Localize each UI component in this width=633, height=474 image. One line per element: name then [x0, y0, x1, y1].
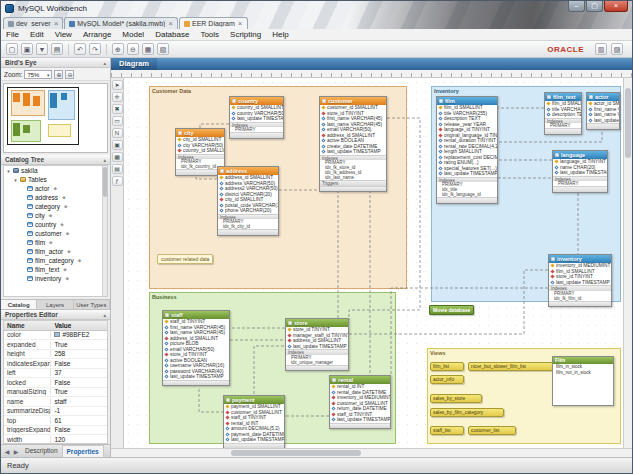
table-header[interactable]: film	[437, 97, 497, 105]
close-tab-icon[interactable]: ×	[238, 20, 243, 28]
property-row[interactable]: height258	[4, 350, 107, 360]
property-row[interactable]: lockedFalse	[4, 378, 107, 388]
close-tab-icon[interactable]: ×	[168, 20, 173, 28]
table-header[interactable]: address	[218, 167, 278, 175]
layer-tool-icon[interactable]: ▭	[112, 116, 123, 126]
table-country[interactable]: countrycountry_id SMALLINTcountry VARCHA…	[229, 96, 284, 139]
menu-tools[interactable]: Tools	[200, 30, 219, 39]
table-column[interactable]: country_id SMALLINT	[230, 105, 283, 111]
table-header[interactable]: film_text	[545, 93, 581, 101]
table-column[interactable]: password VARCHAR(40)	[163, 369, 229, 375]
panel-tab-user-types[interactable]: User Types	[74, 300, 110, 309]
catalog-tree-header[interactable]: Catalog Tree ▴	[1, 155, 110, 165]
birdseye-map[interactable]	[3, 83, 108, 153]
tab-dev-server[interactable]: dev_server×	[3, 17, 63, 29]
table-column[interactable]: district VARCHAR(20)	[218, 192, 278, 198]
table-column[interactable]: last_update TIMESTAMP	[230, 116, 283, 122]
table-column[interactable]: language_id TINYINT	[437, 127, 497, 133]
view-nicer-but-slower-film-list[interactable]: nicer_but_slower_film_list	[468, 362, 560, 371]
table-column[interactable]: last_name VARCHAR(45)	[320, 122, 386, 128]
property-row[interactable]: expandedTrue	[4, 340, 107, 350]
table-language[interactable]: languagelanguage_id TINYINTname CHAR(20)…	[552, 150, 608, 193]
table-column[interactable]: last_update TIMESTAMP	[286, 344, 348, 350]
routine-group-film[interactable]: Filmfilm_in_stockfilm_not_in_stock	[552, 356, 614, 406]
table-tool-icon[interactable]: ▦	[112, 152, 123, 162]
grid-icon[interactable]: ▦	[142, 43, 154, 55]
sidebar-toggle-icon[interactable]: ▨	[611, 43, 623, 55]
view-film-list[interactable]: film_list	[430, 362, 464, 371]
bottom-tab-properties[interactable]: Properties	[62, 445, 104, 457]
menu-help[interactable]: Help	[272, 30, 288, 39]
table-column[interactable]: rental_date DATETIME	[330, 390, 390, 396]
property-row[interactable]: indicatesExpandedFalse	[4, 359, 107, 369]
property-row[interactable]: summarizeDisplay-1	[4, 407, 107, 417]
table-column[interactable]: address VARCHAR(50)	[218, 181, 278, 187]
table-column[interactable]: country VARCHAR(50)	[230, 111, 283, 117]
table-column[interactable]: replacement_cost DECIMAL(5,2)	[437, 155, 497, 161]
maximize-button[interactable]: ▢	[586, 1, 603, 12]
collapse-arrow-icon[interactable]: ▴	[103, 312, 106, 318]
tab-nav-right-icon[interactable]: ▶	[12, 448, 20, 455]
menu-arrange[interactable]: Arrange	[83, 30, 111, 39]
table-column[interactable]: inventory_id MEDIUMINT	[549, 263, 611, 269]
table-column[interactable]: address_id SMALLINT	[218, 175, 278, 181]
tab-nav-left-icon[interactable]: ◀	[3, 448, 11, 455]
table-column[interactable]: last_update TIMESTAMP	[320, 149, 386, 155]
table-header[interactable]: city	[176, 129, 224, 137]
tab-eer-diagram[interactable]: EER Diagram×	[179, 17, 247, 29]
image-tool-icon[interactable]: ▣	[112, 140, 123, 150]
table-header[interactable]: language	[553, 151, 607, 159]
table-column[interactable]: address_id SMALLINT	[286, 338, 348, 344]
property-row[interactable]: triggersExpandedFalse	[4, 426, 107, 436]
table-header[interactable]: rental	[330, 376, 390, 384]
undo-icon[interactable]: ↶	[74, 43, 86, 55]
save-icon[interactable]: ▼	[36, 43, 48, 55]
tab-mysql-model-sakila-mwb[interactable]: MySQL Model* (sakila.mwb)×	[64, 17, 178, 29]
tree-item-sakila[interactable]: ▾sakila	[4, 166, 107, 175]
table-column[interactable]: special_features SET(...)	[437, 166, 497, 172]
table-header[interactable]: store	[286, 319, 348, 327]
close-button[interactable]: ×	[604, 1, 628, 12]
pointer-tool-icon[interactable]: ➤	[112, 80, 123, 90]
delete-tool-icon[interactable]: ✖	[112, 104, 123, 114]
table-column[interactable]: customer_id SMALLINT	[320, 105, 386, 111]
table-column[interactable]: phone VARCHAR(20)	[218, 208, 278, 214]
tree-item-city[interactable]: city◆	[4, 211, 107, 220]
table-column[interactable]: last_update TIMESTAMP	[553, 170, 607, 176]
minimize-button[interactable]: –	[568, 1, 585, 12]
table-header[interactable]: actor	[587, 93, 619, 101]
table-column[interactable]: customer_id SMALLINT	[330, 401, 390, 407]
property-row[interactable]: manualSizingTrue	[4, 388, 107, 398]
label-customer-related-data[interactable]: customer related data	[157, 254, 213, 264]
tree-item-address[interactable]: address◆	[4, 193, 107, 202]
new-model-icon[interactable]: ▢	[6, 43, 18, 55]
zoom-select[interactable]: 75% ▾	[24, 70, 52, 79]
bottom-tab-description[interactable]: Description	[21, 445, 62, 457]
property-row[interactable]: left37	[4, 369, 107, 379]
menu-model[interactable]: Model	[122, 30, 144, 39]
view-tool-icon[interactable]: ▤	[112, 164, 123, 174]
birdseye-header[interactable]: Bird's Eye ▴	[1, 58, 110, 68]
menu-file[interactable]: File	[6, 30, 19, 39]
table-column[interactable]: username VARCHAR(16)	[163, 363, 229, 369]
open-model-icon[interactable]: ▣	[21, 43, 33, 55]
table-column[interactable]: inventory_id MEDIUMINT	[330, 395, 390, 401]
properties-editor-header[interactable]: Properties Editor ▴	[1, 310, 110, 320]
tree-item-film-text[interactable]: film_text◆	[4, 265, 107, 274]
table-staff[interactable]: staffstaff_id TINYINTfirst_name VARCHAR(…	[162, 310, 230, 386]
table-header[interactable]: staff	[163, 311, 229, 319]
hand-tool-icon[interactable]: ✛	[112, 92, 123, 102]
menu-scripting[interactable]: Scripting	[230, 30, 261, 39]
close-tab-icon[interactable]: ×	[54, 20, 59, 28]
table-column[interactable]: rental_rate DECIMAL(4,2)	[437, 144, 497, 150]
table-header[interactable]: payment	[224, 396, 284, 404]
table-column[interactable]: last_update TIMESTAMP	[224, 437, 284, 443]
table-payment[interactable]: paymentpayment_id SMALLINTcustomer_id SM…	[223, 395, 285, 448]
table-column[interactable]: manager_staff_id TINYINT	[286, 333, 348, 339]
diagram-tab[interactable]: Diagram	[111, 58, 157, 70]
table-film[interactable]: filmfilm_id SMALLINTtitle VARCHAR(255)de…	[436, 96, 498, 204]
table-header[interactable]: inventory	[549, 255, 611, 263]
table-address[interactable]: addressaddress_id SMALLINTaddress VARCHA…	[217, 166, 279, 236]
table-column[interactable]: payment_id SMALLINT	[224, 404, 284, 410]
collapse-arrow-icon[interactable]: ▴	[103, 157, 106, 163]
